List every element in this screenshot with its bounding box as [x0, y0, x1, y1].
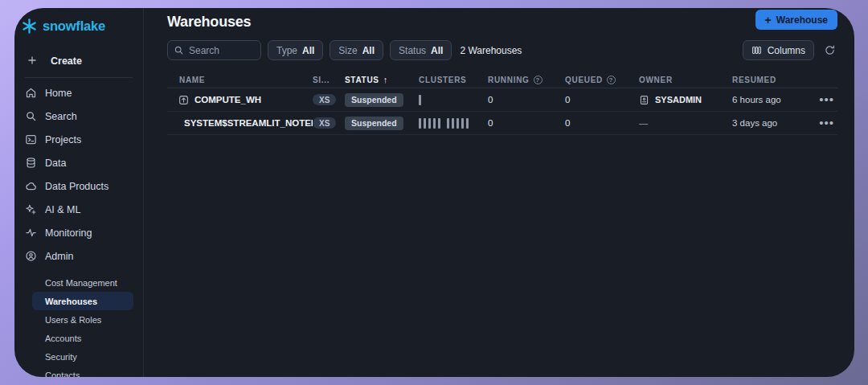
queued-value: 0 — [565, 95, 639, 104]
help-icon[interactable]: ? — [607, 76, 616, 84]
search-icon — [25, 110, 37, 122]
status-filter[interactable]: Status All — [390, 40, 452, 60]
subitem-label: Security — [45, 352, 77, 362]
owner-badge-icon — [639, 95, 649, 105]
sidebar-item-label: Search — [45, 111, 77, 122]
warehouse-icon — [178, 95, 189, 105]
activity-icon — [25, 227, 37, 239]
sidebar-item-data-products[interactable]: Data Products — [14, 174, 143, 198]
sidebar-item-label: Monitoring — [45, 227, 92, 239]
queued-value: 0 — [565, 118, 639, 128]
search-box — [167, 40, 261, 60]
sidebar-subitem-accounts[interactable]: Accounts — [32, 329, 133, 347]
table-row[interactable]: COMPUTE_WH XS Suspended 0 0 SYSADMIN 6 h… — [167, 88, 837, 112]
column-header-queued[interactable]: QUEUED? — [565, 76, 639, 84]
owner-empty: — — [639, 118, 648, 128]
sidebar-item-label: Admin — [45, 251, 73, 262]
sidebar: snowflake Create Home Search Projects Da… — [14, 8, 144, 377]
sidebar-item-label: Projects — [45, 134, 81, 145]
filter-label: Size — [338, 45, 357, 56]
sidebar-divider — [25, 77, 133, 78]
sort-asc-icon: ↑ — [383, 75, 388, 84]
app-window: snowflake Create Home Search Projects Da… — [14, 8, 854, 377]
status-badge: Suspended — [345, 93, 403, 107]
status-badge: Suspended — [345, 117, 403, 130]
warehouse-name: COMPUTE_WH — [194, 95, 261, 104]
page-header: Warehouses + Warehouse — [167, 8, 837, 31]
column-header-size[interactable]: SI... — [313, 76, 345, 84]
help-icon[interactable]: ? — [534, 76, 542, 84]
sidebar-item-label: Home — [45, 88, 72, 99]
sidebar-subitem-users-roles[interactable]: Users & Roles — [32, 310, 133, 329]
snowflake-logo-icon — [20, 17, 39, 35]
filter-value: All — [362, 45, 375, 56]
column-header-status[interactable]: STATUS↑ — [345, 75, 419, 84]
sidebar-subitem-contacts[interactable]: Contacts — [32, 366, 133, 377]
warehouse-count: 2 Warehouses — [460, 45, 522, 56]
main-content: Warehouses + Warehouse Type All Size All… — [144, 8, 854, 377]
column-header-owner[interactable]: OWNER — [639, 76, 732, 84]
create-button[interactable]: Create — [14, 52, 143, 70]
home-icon — [25, 87, 37, 99]
row-menu-button[interactable]: ••• — [819, 120, 834, 126]
resumed-value: 3 days ago — [732, 118, 804, 128]
new-warehouse-button[interactable]: + Warehouse — [755, 10, 837, 30]
subitem-label: Cost Management — [45, 278, 117, 288]
table-header: NAME SI... STATUS↑ CLUSTERS RUNNING? QUE… — [167, 72, 837, 88]
sidebar-item-label: Data Products — [45, 181, 108, 192]
page-title: Warehouses — [167, 14, 251, 31]
brand-name: snowflake — [43, 18, 105, 34]
owner-name: SYSADMIN — [655, 95, 702, 104]
sidebar-item-label: Data — [45, 158, 66, 169]
snowflake-logo[interactable]: snowflake — [14, 8, 143, 35]
size-badge: XS — [313, 117, 336, 129]
subitem-label: Warehouses — [45, 297, 97, 306]
sidebar-subitem-warehouses[interactable]: Warehouses — [32, 292, 133, 310]
refresh-button[interactable] — [822, 43, 837, 58]
sidebar-subitem-cost-management[interactable]: Cost Management — [32, 273, 133, 292]
column-header-running[interactable]: RUNNING? — [488, 76, 565, 84]
sidebar-subitem-security[interactable]: Security — [32, 347, 133, 366]
columns-icon — [751, 45, 762, 55]
filter-label: Type — [276, 45, 297, 56]
table-row[interactable]: SYSTEM$STREAMLIT_NOTEB... XS Suspended 0… — [167, 112, 837, 135]
column-header-resumed[interactable]: RESUMED — [732, 76, 804, 84]
cloud-icon — [25, 180, 37, 192]
subitem-label: Contacts — [45, 371, 80, 378]
subitem-label: Users & Roles — [45, 315, 101, 325]
type-filter[interactable]: Type All — [268, 40, 323, 60]
sidebar-item-monitoring[interactable]: Monitoring — [14, 221, 143, 244]
new-warehouse-label: Warehouse — [776, 14, 828, 26]
search-icon — [174, 45, 184, 55]
sidebar-item-projects[interactable]: Projects — [14, 128, 143, 151]
create-label: Create — [51, 55, 82, 67]
clusters-bars — [419, 118, 488, 129]
refresh-icon — [824, 44, 836, 56]
sidebar-item-label: AI & ML — [45, 204, 80, 215]
row-menu-button[interactable]: ••• — [819, 96, 834, 103]
size-filter[interactable]: Size All — [330, 40, 383, 60]
size-badge: XS — [313, 94, 336, 105]
admin-submenu: Cost Management Warehouses Users & Roles… — [14, 273, 143, 377]
column-header-name[interactable]: NAME — [167, 76, 313, 84]
terminal-icon — [25, 133, 37, 145]
columns-label: Columns — [768, 45, 805, 56]
sidebar-item-admin[interactable]: Admin — [14, 244, 143, 268]
columns-button[interactable]: Columns — [743, 40, 814, 60]
sidebar-item-search[interactable]: Search — [14, 104, 143, 128]
filter-value: All — [302, 45, 314, 56]
sidebar-item-data[interactable]: Data — [14, 151, 143, 174]
database-icon — [25, 157, 37, 169]
running-value: 0 — [488, 95, 565, 104]
resumed-value: 6 hours ago — [732, 95, 804, 104]
plus-icon — [27, 55, 38, 68]
sidebar-item-ai-ml[interactable]: AI & ML — [14, 198, 143, 221]
sidebar-item-home[interactable]: Home — [14, 81, 143, 104]
clusters-bars — [419, 95, 488, 105]
user-circle-icon — [25, 250, 37, 262]
running-value: 0 — [488, 118, 565, 128]
filter-label: Status — [399, 45, 426, 56]
column-header-clusters[interactable]: CLUSTERS — [419, 76, 488, 84]
filter-toolbar: Type All Size All Status All 2 Warehouse… — [167, 40, 837, 60]
warehouse-name: SYSTEM$STREAMLIT_NOTEB... — [184, 118, 313, 128]
